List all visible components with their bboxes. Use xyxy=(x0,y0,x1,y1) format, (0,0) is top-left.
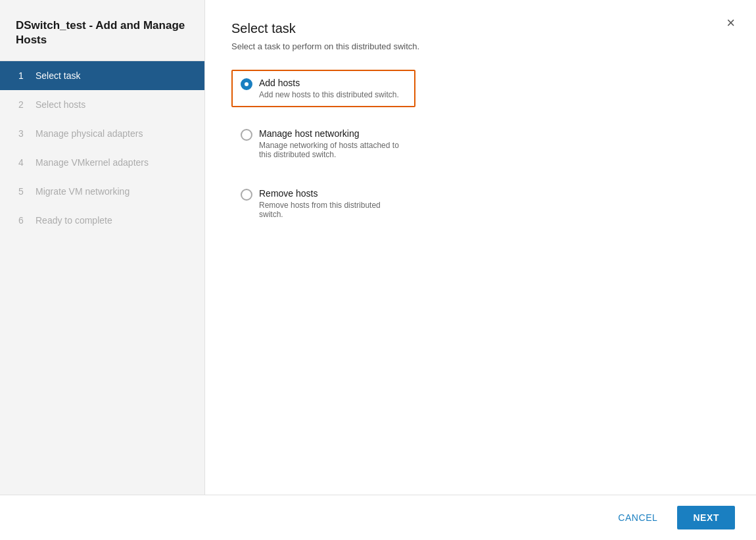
radio-options: Add hosts Add new hosts to this distribu… xyxy=(231,70,730,240)
step-number-5: 5 xyxy=(18,186,29,197)
radio-circle-manage-host-networking xyxy=(241,129,252,141)
radio-circle-remove-hosts xyxy=(241,189,252,201)
radio-desc-add-hosts: Add new hosts to this distributed switch… xyxy=(259,90,399,99)
sidebar-step-5[interactable]: 5 Migrate VM networking xyxy=(0,177,204,206)
radio-option-remove-hosts[interactable]: Remove hosts Remove hosts from this dist… xyxy=(231,180,730,227)
radio-option-add-hosts[interactable]: Add hosts Add new hosts to this distribu… xyxy=(231,70,730,107)
step-label-1: Select task xyxy=(35,70,80,81)
step-number-6: 6 xyxy=(18,215,29,226)
sidebar-steps: 1 Select task 2 Select hosts 3 Manage ph… xyxy=(0,61,204,235)
step-number-1: 1 xyxy=(18,70,29,81)
sidebar-step-1: 1 Select task xyxy=(0,61,204,90)
radio-text-add-hosts: Add hosts Add new hosts to this distribu… xyxy=(259,78,399,99)
step-label-5: Migrate VM networking xyxy=(35,186,130,197)
radio-option-inner-manage-host-networking: Manage host networking Manage networking… xyxy=(231,120,415,167)
section-subtitle: Select a task to perform on this distrib… xyxy=(231,41,730,51)
sidebar-step-2[interactable]: 2 Select hosts xyxy=(0,90,204,119)
radio-option-inner-add-hosts: Add hosts Add new hosts to this distribu… xyxy=(231,70,415,107)
cancel-button[interactable]: CANCEL xyxy=(606,506,669,529)
radio-label-manage-host-networking: Manage host networking xyxy=(259,128,406,139)
main-content: × Select task Select a task to perform o… xyxy=(205,0,756,495)
close-button[interactable]: × xyxy=(721,13,740,33)
radio-label-remove-hosts: Remove hosts xyxy=(259,188,406,199)
next-button[interactable]: NEXT xyxy=(677,506,735,529)
radio-desc-manage-host-networking: Manage networking of hosts attached to t… xyxy=(259,141,406,159)
radio-option-inner-remove-hosts: Remove hosts Remove hosts from this dist… xyxy=(231,180,415,227)
radio-circle-add-hosts xyxy=(241,78,252,90)
radio-text-remove-hosts: Remove hosts Remove hosts from this dist… xyxy=(259,188,406,219)
sidebar: DSwitch_test - Add and Manage Hosts 1 Se… xyxy=(0,0,205,495)
step-label-4: Manage VMkernel adapters xyxy=(35,157,149,168)
sidebar-step-3[interactable]: 3 Manage physical adapters xyxy=(0,119,204,148)
radio-desc-remove-hosts: Remove hosts from this distributed switc… xyxy=(259,201,406,219)
step-label-2: Select hosts xyxy=(35,99,85,110)
radio-text-manage-host-networking: Manage host networking Manage networking… xyxy=(259,128,406,159)
sidebar-title: DSwitch_test - Add and Manage Hosts xyxy=(0,0,204,61)
radio-option-manage-host-networking[interactable]: Manage host networking Manage networking… xyxy=(231,120,730,167)
step-number-2: 2 xyxy=(18,99,29,110)
sidebar-step-6[interactable]: 6 Ready to complete xyxy=(0,206,204,235)
section-title: Select task xyxy=(231,21,730,36)
radio-label-add-hosts: Add hosts xyxy=(259,78,399,88)
dialog-footer: CANCEL NEXT xyxy=(0,495,756,540)
sidebar-step-4[interactable]: 4 Manage VMkernel adapters xyxy=(0,148,204,177)
step-label-3: Manage physical adapters xyxy=(35,128,143,139)
step-label-6: Ready to complete xyxy=(35,215,112,226)
dialog: DSwitch_test - Add and Manage Hosts 1 Se… xyxy=(0,0,756,540)
dialog-body: DSwitch_test - Add and Manage Hosts 1 Se… xyxy=(0,0,756,495)
step-number-4: 4 xyxy=(18,157,29,168)
step-number-3: 3 xyxy=(18,128,29,139)
